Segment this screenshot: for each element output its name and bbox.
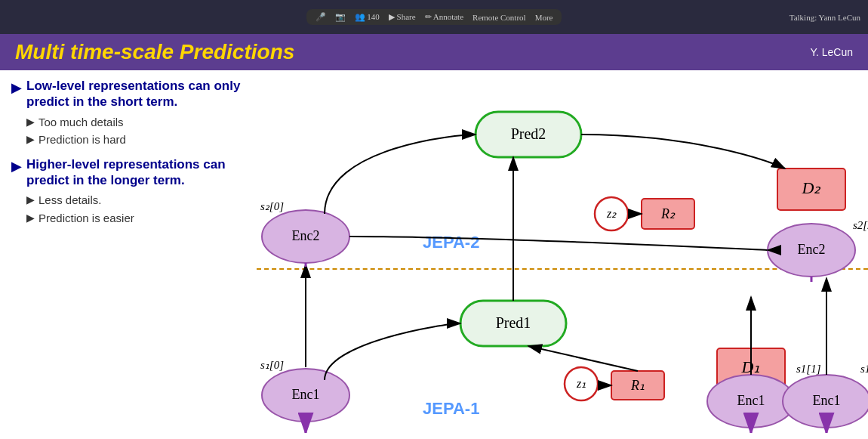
arrow-sub4: ▶	[26, 212, 35, 224]
top-bar: 🎤 📷 👥 140 ▶ Share ✏ Annotate Remote Cont…	[0, 0, 868, 34]
author: Y. LeCun	[810, 46, 853, 58]
z1-label: z₁	[576, 377, 586, 390]
r1-label: R₁	[630, 378, 645, 393]
s1-1-label: s1[1]	[796, 363, 821, 375]
pred2-to-d2	[581, 134, 785, 168]
bullet-section1-main: ▶ Low-level representations can only pre…	[11, 78, 245, 110]
title-bar: Multi time-scale Predictions Y. LeCun	[0, 34, 868, 70]
bullet-section1-text: Low-level representations can only predi…	[26, 78, 245, 110]
s2-2-label: s2[2]	[853, 219, 868, 231]
enc1-mid-label: Enc1	[737, 393, 765, 408]
zoom-audio: 🎤	[315, 12, 326, 22]
z2-label: z₂	[606, 207, 617, 220]
enc1-right-label: Enc1	[813, 393, 841, 408]
content: ▶ Low-level representations can only pre…	[0, 70, 868, 433]
bullet-section1-sub2: ▶ Prediction is hard	[26, 132, 245, 147]
zoom-controls: 🎤 📷 👥 140 ▶ Share ✏ Annotate Remote Cont…	[306, 9, 562, 25]
enc2-right-label: Enc2	[798, 242, 826, 257]
arrow-section2: ▶	[11, 158, 22, 175]
s2-0-label: s₂[0]	[260, 200, 284, 212]
enc1-to-pred1	[325, 323, 460, 380]
diagram-svg: JEPA-2 JEPA-1 Enc2 s₂[0] Pred2 z₂	[257, 70, 868, 433]
zoom-remote: Remote Control	[472, 13, 526, 22]
right-panel: JEPA-2 JEPA-1 Enc2 s₂[0] Pred2 z₂	[257, 70, 868, 433]
bullet-section1-sub1: ▶ Too much details	[26, 115, 245, 130]
bullet-sub3-text: Less details.	[38, 193, 101, 208]
enc2-left-label: Enc2	[292, 228, 320, 243]
s1-2-label: s1[2]	[860, 363, 868, 375]
s1-0-label: s₁[0]	[260, 359, 284, 371]
arrow-sub1: ▶	[26, 116, 35, 128]
bullet-section2-sub1: ▶ Less details.	[26, 193, 245, 208]
zoom-annotate: ✏ Annotate	[425, 12, 463, 22]
talking-indicator: Talking: Yann LeCun	[790, 13, 860, 22]
zoom-video: 📷	[335, 12, 346, 22]
enc2-to-pred2	[325, 134, 476, 214]
r2-label: R₂	[660, 206, 676, 221]
enc2-horizontal	[349, 237, 768, 250]
arrow-section1: ▶	[11, 79, 22, 96]
bullet-sub4-text: Prediction is easier	[38, 211, 134, 226]
bullet-sub1-text: Too much details	[38, 115, 124, 130]
slide: Multi time-scale Predictions Y. LeCun ▶ …	[0, 34, 868, 439]
arrow-sub2: ▶	[26, 133, 35, 146]
zoom-share: ▶ Share	[389, 12, 416, 22]
jepa2-label: JEPA-2	[423, 233, 479, 252]
pred2-label: Pred2	[511, 125, 546, 142]
bullet-section2-main: ▶ Higher-level representations can predi…	[11, 156, 245, 189]
slide-title: Multi time-scale Predictions	[15, 40, 294, 64]
bullet-section2-sub2: ▶ Prediction is easier	[26, 211, 245, 226]
zoom-participants: 👥 140	[355, 12, 380, 22]
d2-label: D₂	[802, 178, 822, 197]
pred1-label: Pred1	[496, 314, 531, 331]
bullet-section2-text: Higher-level representations can predict…	[26, 156, 245, 189]
jepa1-label: JEPA-1	[423, 399, 479, 418]
enc1-left-label: Enc1	[292, 387, 320, 402]
bullet-sub2-text: Prediction is hard	[38, 132, 126, 147]
left-panel: ▶ Low-level representations can only pre…	[0, 70, 257, 433]
arrow-sub3: ▶	[26, 193, 35, 206]
zoom-more: More	[535, 13, 553, 22]
